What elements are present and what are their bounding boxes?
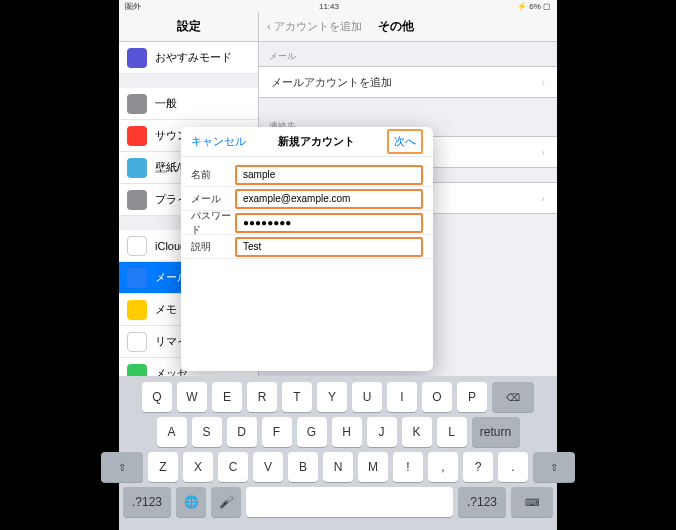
key-N[interactable]: N — [323, 452, 353, 482]
add-mail-account[interactable]: メールアカウントを追加› — [259, 66, 557, 98]
key-U[interactable]: U — [352, 382, 382, 412]
shift-key-right[interactable]: ⇧ — [533, 452, 575, 482]
key-P[interactable]: P — [457, 382, 487, 412]
key-R[interactable]: R — [247, 382, 277, 412]
key-J[interactable]: J — [367, 417, 397, 447]
key-T[interactable]: T — [282, 382, 312, 412]
sidebar-item-label: おやすみモード — [155, 50, 232, 65]
key-,[interactable]: , — [428, 452, 458, 482]
globe-key[interactable]: 🌐 — [176, 487, 206, 517]
key-C[interactable]: C — [218, 452, 248, 482]
moon-icon — [127, 48, 147, 68]
password-field[interactable]: ●●●●●●●● — [235, 213, 423, 233]
name-label: 名前 — [191, 168, 235, 182]
modal-title: 新規アカウント — [278, 134, 355, 149]
email-field[interactable]: example@example.com — [235, 189, 423, 209]
clock: 11:43 — [319, 2, 339, 11]
sidebar-item-gear[interactable]: 一般 — [119, 88, 258, 120]
sidebar-item-label: 一般 — [155, 96, 177, 111]
carrier: 圏外 — [125, 1, 141, 12]
sound-icon — [127, 126, 147, 146]
back-button[interactable]: ‹ アカウントを追加 — [267, 19, 362, 34]
key-L[interactable]: L — [437, 417, 467, 447]
key-?[interactable]: ? — [463, 452, 493, 482]
key-G[interactable]: G — [297, 417, 327, 447]
key-S[interactable]: S — [192, 417, 222, 447]
key-B[interactable]: B — [288, 452, 318, 482]
key-Z[interactable]: Z — [148, 452, 178, 482]
key-.[interactable]: . — [498, 452, 528, 482]
priv-icon — [127, 190, 147, 210]
key-F[interactable]: F — [262, 417, 292, 447]
new-account-modal: キャンセル 新規アカウント 次へ 名前sample メールexample@exa… — [181, 127, 433, 371]
key-X[interactable]: X — [183, 452, 213, 482]
key-Y[interactable]: Y — [317, 382, 347, 412]
detail-title: その他 — [378, 18, 414, 35]
gear-icon — [127, 94, 147, 114]
key-![interactable]: ! — [393, 452, 423, 482]
detail-header: ‹ アカウントを追加 その他 — [259, 12, 557, 42]
num-key-right[interactable]: .?123 — [458, 487, 506, 517]
sidebar-item-moon[interactable]: おやすみモード — [119, 42, 258, 74]
hide-keyboard-key[interactable]: ⌨ — [511, 487, 553, 517]
next-button[interactable]: 次へ — [387, 129, 423, 154]
name-field[interactable]: sample — [235, 165, 423, 185]
memo-icon — [127, 300, 147, 320]
pass-label: パスワード — [191, 209, 235, 237]
section-mail: メール — [259, 42, 557, 66]
status-bar: 圏外 11:43 ⚡ 6% ▢ — [119, 0, 557, 12]
settings-title: 設定 — [119, 12, 258, 42]
mic-key[interactable]: 🎤 — [211, 487, 241, 517]
key-E[interactable]: E — [212, 382, 242, 412]
key-D[interactable]: D — [227, 417, 257, 447]
key-M[interactable]: M — [358, 452, 388, 482]
key-A[interactable]: A — [157, 417, 187, 447]
mail-icon — [127, 268, 147, 288]
key-I[interactable]: I — [387, 382, 417, 412]
sidebar-item-label: メモ — [155, 302, 177, 317]
description-field[interactable]: Test — [235, 237, 423, 257]
num-key-left[interactable]: .?123 — [123, 487, 171, 517]
space-key[interactable] — [246, 487, 453, 517]
cloud-icon — [127, 236, 147, 256]
backspace-key[interactable]: ⌫ — [492, 382, 534, 412]
shift-key-left[interactable]: ⇧ — [101, 452, 143, 482]
mail-label: メール — [191, 192, 235, 206]
key-V[interactable]: V — [253, 452, 283, 482]
keyboard: QWERTYUIOP⌫ ASDFGHJKLreturn ⇧ZXCVBNM!,?.… — [119, 376, 557, 530]
wall-icon — [127, 158, 147, 178]
return-key[interactable]: return — [472, 417, 520, 447]
desc-label: 説明 — [191, 240, 235, 254]
battery: ⚡ 6% ▢ — [517, 2, 551, 11]
key-O[interactable]: O — [422, 382, 452, 412]
cancel-button[interactable]: キャンセル — [191, 134, 246, 149]
key-K[interactable]: K — [402, 417, 432, 447]
key-Q[interactable]: Q — [142, 382, 172, 412]
key-H[interactable]: H — [332, 417, 362, 447]
key-W[interactable]: W — [177, 382, 207, 412]
rem-icon — [127, 332, 147, 352]
